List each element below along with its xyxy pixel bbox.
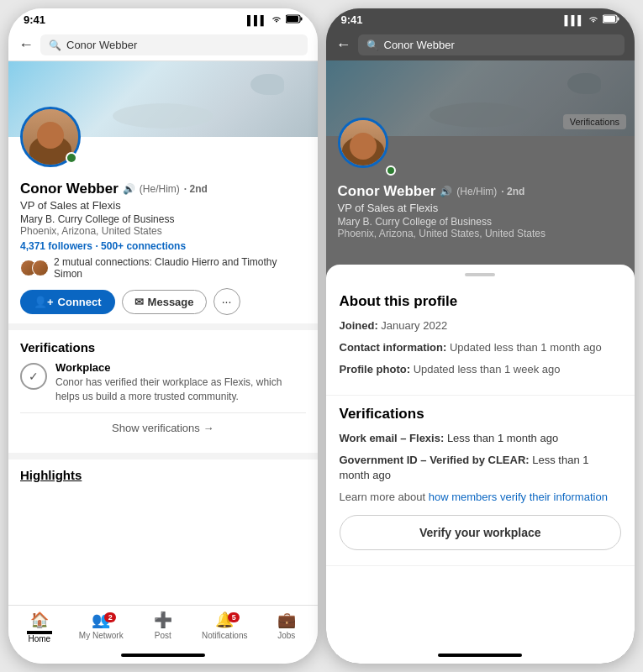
svg-rect-4 [603,16,615,22]
profile-pronouns-right: (He/Him) [456,186,497,197]
profile-title: VP of Sales at Flexis [20,199,306,212]
work-email-label: Work email – Flexis: [340,432,445,444]
mutual-avatar-2 [32,260,49,276]
left-phone: 9:41 ▌▌▌ ← 🔍 Conor Webber [8,8,318,664]
home-indicator [8,647,318,664]
dark-profile-area: Conor Webber 🔊 (He/Him) · 2nd VP of Sale… [326,136,635,248]
learn-more-row: Learn more about how members verify thei… [340,490,622,505]
profile-name-row-right: Conor Webber 🔊 (He/Him) · 2nd [338,183,624,200]
avatar-wrap [20,107,81,167]
search-icon: 🔍 [49,39,61,51]
modal-verifications-title: Verifications [340,406,622,423]
verify-workplace-button[interactable]: Verify your workplace [340,515,622,550]
jobs-icon-wrap: 💼 [277,611,296,629]
status-bar-right: 9:41 ▌▌▌ [326,8,635,29]
verification-card: ✓ Workplace Conor has verified their wor… [20,361,306,404]
learn-more-link[interactable]: how members verify their information [429,491,608,503]
nav-jobs[interactable]: 💼 Jobs [256,606,318,647]
jobs-icon: 💼 [277,612,296,628]
profile-name-row: Conor Webber 🔊 (He/Him) · 2nd [20,181,306,197]
notifications-label: Notifications [202,631,247,640]
status-icons: ▌▌▌ [247,14,302,25]
avatar-section [8,137,318,174]
battery-icon [286,14,303,25]
more-button[interactable]: ··· [213,288,240,315]
home-label: Home [28,634,50,643]
post-label: Post [155,631,171,640]
highlights-title: Highlights [20,468,306,482]
connections-count[interactable]: 500+ connections [101,240,186,252]
search-input-wrap-right[interactable]: 🔍 Conor Webber [358,34,625,55]
mutual-avatars [20,260,49,276]
nav-notifications[interactable]: 🔔 5 Notifications [194,606,256,647]
online-indicator-right [386,165,396,176]
about-profile-section: About this profile Joined: January 2022 … [326,283,635,396]
send-icon: ✉ [134,296,144,308]
message-button[interactable]: ✉ Message [122,290,207,314]
profile-info: Conor Webber 🔊 (He/Him) · 2nd VP of Sale… [8,174,318,280]
action-buttons: 👤+ Connect ✉ Message ··· [8,280,318,323]
section-divider [8,323,318,330]
mutual-text[interactable]: 2 mutual connections: Claudio Hierro and… [54,256,306,280]
home-icon: 🏠 [30,612,49,628]
notifications-badge: 5 [228,612,240,622]
nav-home[interactable]: 🏠 Home [8,606,71,647]
nav-network[interactable]: 👥 2 My Network [71,606,133,647]
right-phone: 9:41 ▌▌▌ ← 🔍 Conor Webber Verifications [326,8,635,664]
search-bar-right: ← 🔍 Conor Webber [326,29,635,60]
profile-name-right: Conor Webber [338,183,436,200]
profile-school: Mary B. Curry College of Business [20,213,306,225]
search-bar: ← 🔍 Conor Webber [8,29,318,61]
signal-icon: ▌▌▌ [247,15,266,25]
bottom-nav: 🏠 Home 👥 2 My Network ➕ Post 🔔 5 Notific… [8,605,318,647]
contact-row: Contact information: Updated less than 1… [340,340,622,355]
profile-degree: · 2nd [184,183,208,195]
joined-label: Joined: [340,319,378,332]
sound-icon-right[interactable]: 🔊 [440,186,452,197]
section-divider-2 [8,453,318,459]
back-button[interactable]: ← [18,36,34,54]
search-icon-right: 🔍 [366,39,379,51]
joined-row: Joined: January 2022 [340,318,622,333]
about-profile-title: About this profile [340,293,622,310]
joined-value: January 2022 [381,319,447,332]
svg-rect-5 [618,18,619,21]
battery-icon-right [603,14,619,25]
workplace-title: Workplace [55,361,306,374]
profile-location-right: Phoenix, Arizona, United States, United … [338,228,624,239]
followers-count[interactable]: 4,371 followers [20,240,92,252]
search-text-right: Conor Webber [384,39,455,51]
profile-school-right: Mary B. Curry College of Business [338,216,624,228]
post-icon-wrap: ➕ [154,611,172,629]
contact-value: Updated less than 1 month ago [450,341,602,354]
nav-post[interactable]: ➕ Post [132,606,194,647]
wifi-icon-right [588,14,599,25]
profile-degree-right: · 2nd [501,186,524,197]
modal-sheet: About this profile Joined: January 2022 … [326,265,635,647]
profile-stats: 4,371 followers · 500+ connections [20,240,306,252]
post-icon: ➕ [154,612,172,628]
profile-pronouns: (He/Him) [140,183,180,195]
search-input-wrap[interactable]: 🔍 Conor Webber [40,34,308,55]
modal-handle [465,273,495,276]
profile-location: Phoenix, Arizona, United States [20,225,306,237]
mutual-connections: 2 mutual connections: Claudio Hierro and… [20,256,306,280]
modal-verifications-section: Verifications Work email – Flexis: Less … [326,396,635,567]
back-button-right[interactable]: ← [336,36,351,54]
status-bar: 9:41 ▌▌▌ [8,8,318,29]
verifications-label: Verifications [563,114,626,129]
status-time-right: 9:41 [341,13,363,26]
check-icon: ✓ [20,363,47,390]
profile-title-right: VP of Sales at Flexis [338,202,624,214]
show-verifications-button[interactable]: Show verifications → [20,412,306,443]
network-label: My Network [79,631,124,640]
home-indicator-bar [121,654,205,657]
svg-rect-2 [300,18,302,21]
verifications-title: Verifications [20,340,306,354]
work-email-value: Less than 1 month ago [447,432,558,444]
avatar-right [338,118,388,168]
connect-button[interactable]: 👤+ Connect [20,290,115,314]
photo-value: Updated less than 1 week ago [414,363,561,375]
work-email-row: Work email – Flexis: Less than 1 month a… [340,431,622,446]
sound-icon[interactable]: 🔊 [123,183,135,195]
